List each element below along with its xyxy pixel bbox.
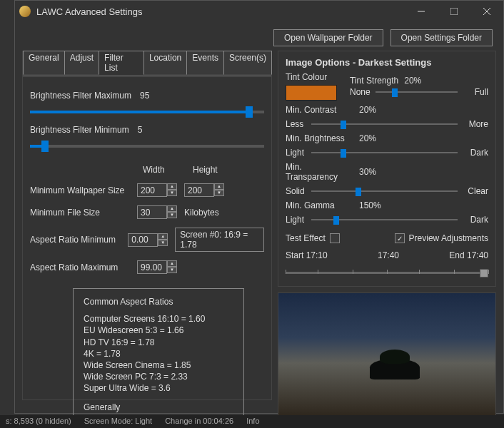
spin-up-icon[interactable]: ▲ [167, 205, 177, 212]
aspect-ratio-max-spinner[interactable]: ▲▼ [137, 260, 177, 274]
start-label: Start [286, 250, 303, 260]
aspect-ratio-min-input[interactable] [128, 233, 158, 247]
content-area: General Adjust Filter List Location Even… [15, 51, 503, 407]
min-brightness-value: 20% [359, 133, 376, 143]
info-line: 4K = 1.78 [84, 348, 233, 360]
info-line: HD TV 16:9 = 1.78 [84, 337, 233, 348]
spin-down-icon[interactable]: ▼ [214, 190, 224, 196]
tint-strength-slider[interactable] [376, 87, 458, 97]
min-contrast-label: Min. Contrast [286, 105, 353, 115]
tab-general[interactable]: General [23, 51, 65, 75]
tab-body-filter-list: Brightness Filter Maximum 95 Brightness … [23, 76, 271, 409]
height-header: Height [193, 165, 236, 175]
tab-filter-list[interactable]: Filter List [99, 51, 144, 75]
min-file-size-label: Minimum File Size [30, 208, 130, 218]
test-effect-checkbox[interactable]: Test Effect [286, 233, 340, 243]
tab-screens[interactable]: Screen(s) [223, 51, 272, 75]
more-label: More [463, 119, 488, 129]
tab-events[interactable]: Events [186, 51, 224, 75]
min-transparency-label: Min. Transparency [286, 162, 353, 182]
close-icon [483, 8, 490, 15]
background-statusbar: s: 8,593 (0 hidden) Screen Mode: Light C… [0, 415, 504, 428]
min-gamma-value: 150% [359, 200, 381, 210]
tint-colour-label: Tint Colour [286, 72, 337, 82]
maximize-icon [450, 8, 458, 15]
light-label: Light [286, 148, 306, 158]
tint-row: Tint Colour Tint Strength 20% None Full [286, 72, 488, 101]
info-line: Super Ultra Wide = 3.6 [84, 382, 233, 394]
spin-up-icon[interactable]: ▲ [167, 183, 177, 190]
brightness-max-label: Brightness Filter Maximum [30, 91, 131, 101]
kilobytes-label: Kilobytes [184, 208, 219, 218]
open-settings-folder-button[interactable]: Open Settings Folder [390, 29, 493, 46]
min-transparency-slider[interactable] [311, 186, 458, 196]
settings-window: LAWC Advanced Settings Open Wallpaper Fo… [14, 0, 504, 414]
min-transparency-value: 30% [359, 167, 376, 177]
preview-adjustments-checkbox[interactable]: ✓Preview Adjustments [395, 233, 488, 243]
min-brightness-label: Min. Brightness [286, 133, 353, 143]
spin-up-icon[interactable]: ▲ [158, 233, 168, 240]
info-title: Common Aspect Ratios [84, 296, 233, 307]
aspect-ratio-max-row: Aspect Ratio Maximum ▲▼ [30, 260, 264, 274]
checkbox-icon [330, 233, 340, 243]
tint-strength-value: 20% [404, 76, 421, 86]
tab-location[interactable]: Location [143, 51, 187, 75]
spin-up-icon[interactable]: ▲ [214, 183, 224, 190]
aspect-ratio-min-row: Aspect Ratio Minimum ▲▼ Screen #0: 16:9 … [30, 228, 264, 252]
dark-label-2: Dark [463, 215, 488, 225]
aspect-ratio-min-spinner[interactable]: ▲▼ [128, 233, 168, 247]
brightness-min-slider[interactable] [30, 139, 264, 153]
brightness-max-label-row: Brightness Filter Maximum 95 [30, 91, 264, 101]
tint-strength-label: Tint Strength [350, 76, 398, 86]
min-wallpaper-size-row: Minimum Wallpaper Size ▲▼ ▲▼ [30, 183, 264, 197]
min-contrast-slider[interactable] [311, 119, 458, 129]
brightness-max-slider[interactable] [30, 105, 264, 119]
close-button[interactable] [470, 1, 503, 22]
open-wallpaper-folder-button[interactable]: Open Wallpaper Folder [273, 29, 383, 46]
info-line: EU Widescreen 5:3 = 1.66 [84, 325, 233, 336]
tint-strength-full: Full [463, 87, 488, 97]
width-header: Width [143, 165, 186, 175]
min-gamma-slider[interactable] [311, 215, 458, 225]
brightness-min-label-row: Brightness Filter Minimum 5 [30, 125, 264, 135]
end-time: 17:40 [467, 250, 488, 260]
spin-down-icon[interactable]: ▼ [167, 190, 177, 196]
info-line: Wide Screen PC 7:3 = 2.33 [84, 371, 233, 382]
tab-adjust[interactable]: Adjust [64, 51, 99, 75]
aspect-ratio-min-label: Aspect Ratio Minimum [30, 235, 121, 245]
start-time: 17:10 [306, 250, 328, 260]
image-options-group: Image Options - Darkest Settings Tint Co… [278, 51, 496, 287]
min-wallpaper-height-input[interactable] [184, 183, 214, 197]
window-title: LAWC Advanced Settings [36, 6, 405, 17]
min-gamma-label: Min. Gamma [286, 200, 353, 210]
min-file-size-spinner[interactable]: ▲▼ [137, 205, 177, 219]
min-wallpaper-height-spinner[interactable]: ▲▼ [184, 183, 224, 197]
maximize-button[interactable] [438, 1, 470, 22]
time-slider[interactable] [286, 265, 488, 280]
image-options-title: Image Options - Darkest Settings [286, 57, 488, 68]
spin-down-icon[interactable]: ▼ [167, 212, 177, 218]
width-height-header: Width Height [30, 165, 264, 175]
aspect-ratio-max-input[interactable] [137, 260, 167, 274]
light-label-2: Light [286, 215, 306, 225]
wallpaper-preview [278, 292, 496, 421]
end-label: End [449, 250, 464, 260]
min-file-size-input[interactable] [137, 205, 167, 219]
solid-label: Solid [286, 186, 306, 196]
screen-info-box: Screen #0: 16:9 = 1.78 [175, 228, 264, 252]
mid-time: 17:40 [378, 250, 399, 260]
status-hidden-count: s: 8,593 (0 hidden) [6, 417, 71, 427]
minimize-icon [418, 8, 425, 15]
spin-down-icon[interactable]: ▼ [158, 240, 168, 246]
min-wallpaper-size-label: Minimum Wallpaper Size [30, 185, 130, 195]
checkbox-icon: ✓ [395, 233, 405, 243]
min-wallpaper-width-input[interactable] [137, 183, 167, 197]
spin-up-icon[interactable]: ▲ [167, 260, 177, 267]
spin-down-icon[interactable]: ▼ [167, 267, 177, 273]
test-effect-label: Test Effect [286, 233, 326, 243]
min-brightness-slider[interactable] [311, 148, 458, 158]
tint-strength-none: None [350, 87, 370, 97]
minimize-button[interactable] [405, 1, 438, 22]
tint-colour-swatch[interactable] [286, 85, 337, 101]
min-wallpaper-width-spinner[interactable]: ▲▼ [137, 183, 177, 197]
